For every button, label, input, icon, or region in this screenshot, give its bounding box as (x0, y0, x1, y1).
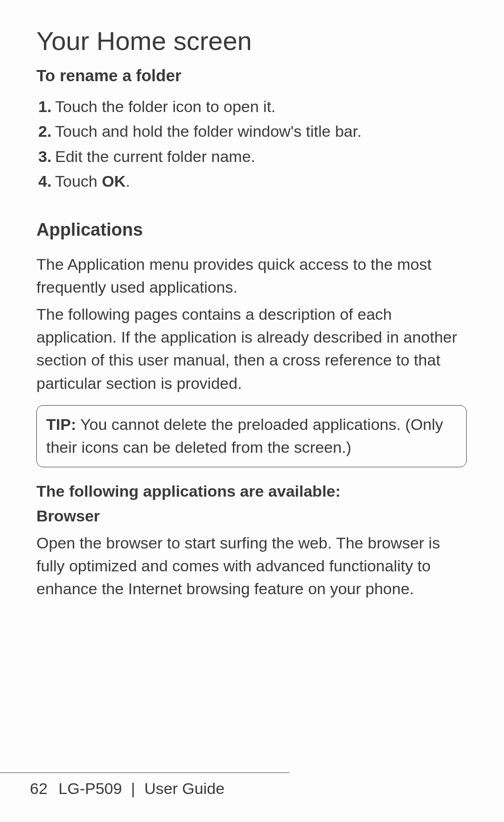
page-number: 62 (30, 780, 48, 798)
ok-label: OK (102, 172, 126, 190)
rename-steps-list: Touch the folder icon to open it. Touch … (36, 95, 468, 193)
step-text: Edit the current folder name. (55, 148, 255, 165)
step-text: Touch (55, 172, 102, 190)
applications-heading: Applications (36, 220, 468, 240)
tip-text: You cannot delete the preloaded applicat… (46, 415, 443, 456)
device-model: LG-P509 (58, 780, 122, 797)
applications-intro-2: The following pages contains a descripti… (36, 303, 468, 395)
list-item: Touch the folder icon to open it. (38, 95, 468, 118)
applications-intro-1: The Application menu provides quick acce… (36, 253, 468, 299)
document-page: Your Home screen To rename a folder Touc… (0, 0, 504, 600)
tip-label: TIP: (46, 415, 76, 433)
step-text-after: . (126, 172, 130, 190)
footer-label: User Guide (144, 780, 224, 797)
rename-folder-heading: To rename a folder (36, 66, 468, 85)
apps-available-heading: The following applications are available… (36, 482, 468, 500)
footer-text: 62 LG-P509 | User Guide (0, 780, 289, 798)
app-browser-name: Browser (36, 507, 468, 525)
page-title: Your Home screen (36, 26, 468, 56)
footer-separator: | (131, 780, 135, 797)
list-item: Touch OK. (38, 170, 468, 193)
step-text: Touch and hold the folder window's title… (55, 122, 362, 140)
tip-callout: TIP: You cannot delete the preloaded app… (36, 405, 467, 467)
step-text: Touch the folder icon to open it. (55, 98, 276, 115)
app-browser-description: Open the browser to start surfing the we… (36, 532, 468, 601)
page-footer: 62 LG-P509 | User Guide (0, 773, 289, 798)
footer-rule (0, 773, 289, 773)
list-item: Edit the current folder name. (38, 145, 468, 168)
list-item: Touch and hold the folder window's title… (38, 120, 468, 143)
